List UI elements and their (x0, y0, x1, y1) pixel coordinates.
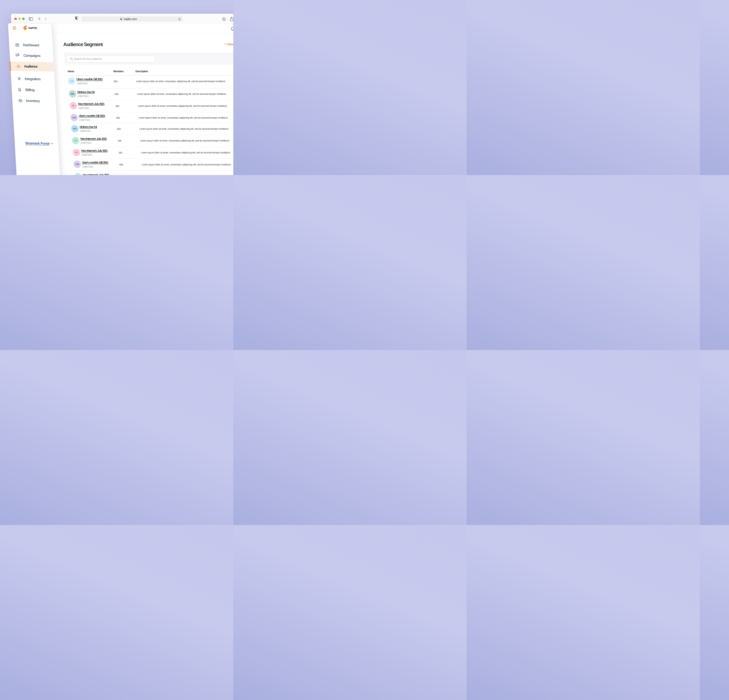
svg-text:$: $ (19, 88, 20, 90)
